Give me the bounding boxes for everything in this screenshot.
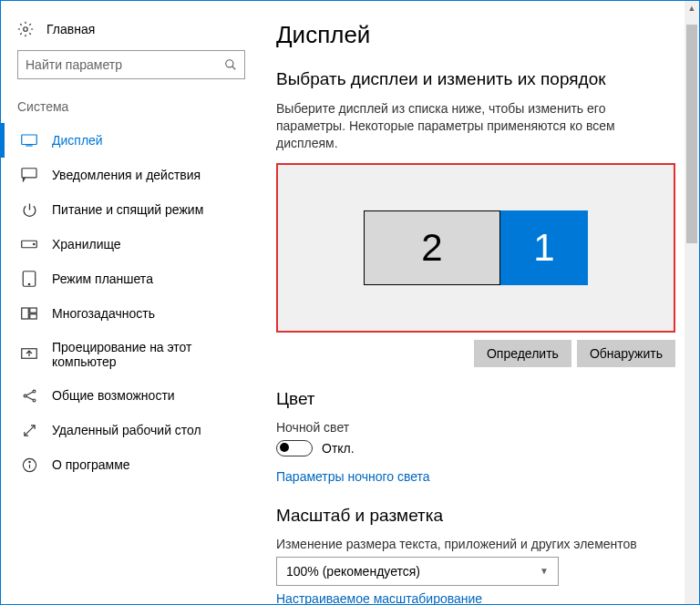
night-light-toggle[interactable] xyxy=(276,440,313,456)
sidebar-item-about[interactable]: О программе xyxy=(1,447,263,482)
power-icon xyxy=(21,201,37,218)
identify-button[interactable]: Определить xyxy=(474,340,571,367)
sidebar-item-label: Удаленный рабочий стол xyxy=(52,423,201,437)
search-input-wrap[interactable] xyxy=(17,50,245,79)
select-displays-desc: Выберите дисплей из списка ниже, чтобы и… xyxy=(276,100,659,152)
sidebar-section-title: Система xyxy=(1,99,263,123)
svg-point-1 xyxy=(226,60,233,67)
tablet-icon xyxy=(21,271,37,287)
svg-point-16 xyxy=(33,399,36,402)
monitor-1[interactable]: 1 xyxy=(500,210,588,285)
sidebar-item-label: О программе xyxy=(52,457,130,472)
svg-line-18 xyxy=(26,396,32,400)
scrollbar-thumb[interactable] xyxy=(686,25,697,243)
main-content: ▲ Дисплей Выбрать дисплеи и изменить их … xyxy=(263,1,699,604)
custom-scaling-link[interactable]: Настраиваемое масштабирование xyxy=(276,591,482,604)
chevron-down-icon: ▼ xyxy=(540,566,549,576)
remote-icon xyxy=(21,422,37,438)
scale-dropdown-value: 100% (рекомендуется) xyxy=(286,564,420,579)
sidebar-item-power[interactable]: Питание и спящий режим xyxy=(1,192,263,227)
scrollbar[interactable]: ▲ xyxy=(685,1,699,604)
home-link[interactable]: Главная xyxy=(1,17,263,50)
search-icon xyxy=(224,58,237,71)
sidebar: Главная Система Дисплей Уведом xyxy=(1,1,263,604)
sidebar-item-label: Режим планшета xyxy=(52,272,153,286)
sidebar-item-label: Проецирование на этот компьютер xyxy=(52,340,247,369)
svg-point-0 xyxy=(24,27,28,32)
project-icon xyxy=(21,346,37,363)
share-icon xyxy=(21,387,37,404)
scroll-up-icon[interactable]: ▲ xyxy=(685,1,699,15)
drive-icon xyxy=(21,236,37,252)
night-light-settings-link[interactable]: Параметры ночного света xyxy=(276,469,430,484)
page-title: Дисплей xyxy=(276,21,690,49)
sidebar-item-multitask[interactable]: Многозадачность xyxy=(1,296,263,331)
detect-button[interactable]: Обнаружить xyxy=(577,340,675,367)
scale-heading: Масштаб и разметка xyxy=(276,506,690,526)
sidebar-item-shared[interactable]: Общие возможности xyxy=(1,378,263,413)
gear-icon xyxy=(17,21,34,37)
svg-rect-3 xyxy=(22,135,37,145)
scale-dropdown[interactable]: 100% (рекомендуется) ▼ xyxy=(276,557,559,586)
monitor-icon xyxy=(21,132,37,149)
svg-line-2 xyxy=(232,67,236,70)
home-label: Главная xyxy=(46,22,95,36)
chat-icon xyxy=(21,167,37,183)
sidebar-item-tablet[interactable]: Режим планшета xyxy=(1,261,263,296)
toggle-knob xyxy=(280,443,289,452)
svg-rect-5 xyxy=(22,169,36,178)
svg-point-21 xyxy=(28,461,29,462)
sidebar-item-label: Общие возможности xyxy=(52,388,175,403)
svg-rect-10 xyxy=(22,308,29,319)
sidebar-item-label: Хранилище xyxy=(52,237,121,251)
svg-point-7 xyxy=(34,243,36,245)
monitor-2[interactable]: 2 xyxy=(364,210,500,285)
svg-rect-12 xyxy=(30,314,37,319)
display-arrangement[interactable]: 2 1 xyxy=(276,163,675,333)
sidebar-item-label: Уведомления и действия xyxy=(52,168,201,182)
sidebar-item-notifications[interactable]: Уведомления и действия xyxy=(1,158,263,192)
multitask-icon xyxy=(21,305,37,322)
color-heading: Цвет xyxy=(276,389,690,409)
svg-point-15 xyxy=(33,390,36,393)
svg-rect-11 xyxy=(30,308,37,313)
select-displays-heading: Выбрать дисплеи и изменить их порядок xyxy=(276,69,690,89)
scale-desc: Изменение размера текста, приложений и д… xyxy=(276,537,690,551)
sidebar-item-label: Питание и спящий режим xyxy=(52,202,203,217)
sidebar-item-remote[interactable]: Удаленный рабочий стол xyxy=(1,413,263,447)
info-icon xyxy=(21,456,37,473)
toggle-state-text: Откл. xyxy=(322,441,355,456)
sidebar-item-projecting[interactable]: Проецирование на этот компьютер xyxy=(1,331,263,378)
svg-point-9 xyxy=(28,283,30,285)
search-input[interactable] xyxy=(26,57,217,72)
sidebar-item-display[interactable]: Дисплей xyxy=(1,123,263,158)
svg-point-14 xyxy=(24,395,26,397)
night-light-label: Ночной свет xyxy=(276,420,690,435)
sidebar-item-label: Дисплей xyxy=(52,133,103,148)
sidebar-item-storage[interactable]: Хранилище xyxy=(1,227,263,261)
sidebar-item-label: Многозадачность xyxy=(52,306,155,321)
svg-line-17 xyxy=(26,392,32,395)
